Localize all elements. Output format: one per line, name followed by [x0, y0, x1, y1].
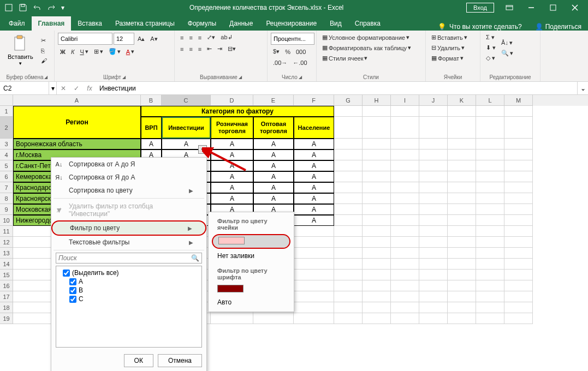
col-header-E[interactable]: E — [253, 95, 294, 106]
cell[interactable] — [363, 193, 391, 204]
redo-icon[interactable] — [45, 1, 58, 14]
tell-me-search[interactable]: 💡 Что вы хотите сделать? — [431, 23, 528, 31]
cell[interactable] — [363, 226, 391, 237]
clear-button[interactable]: ◇ ▾ — [484, 53, 498, 63]
enter-formula-icon[interactable]: ✓ — [70, 82, 83, 94]
cell[interactable] — [476, 160, 504, 171]
filter-values-list[interactable]: (Выделить все) A B C — [56, 266, 202, 348]
row-header-13[interactable]: 13 — [0, 248, 13, 259]
cell[interactable] — [334, 149, 363, 160]
name-box[interactable]: C2 — [0, 82, 49, 94]
format-cells-button[interactable]: ▦ Формат ▾ — [429, 53, 477, 63]
cell[interactable] — [363, 171, 391, 182]
cell[interactable] — [363, 237, 391, 248]
align-bottom-button[interactable]: ≡ — [196, 33, 204, 42]
cell[interactable] — [419, 182, 448, 193]
font-launcher-icon[interactable]: ◢ — [122, 75, 126, 80]
clipboard-launcher-icon[interactable]: ◢ — [44, 75, 47, 80]
cell[interactable] — [419, 171, 448, 182]
cell[interactable] — [294, 270, 334, 280]
cell[interactable] — [363, 106, 391, 117]
cell[interactable] — [476, 226, 504, 237]
cell[interactable] — [476, 291, 504, 302]
cell[interactable]: A — [253, 139, 294, 149]
dec-decimal-button[interactable]: ←.00 — [290, 58, 309, 67]
cell[interactable]: Воронежская область — [13, 139, 141, 149]
cell[interactable] — [504, 117, 533, 139]
cell[interactable]: A — [211, 193, 253, 204]
tab-review[interactable]: Рецензирование — [259, 16, 323, 31]
fill-button[interactable]: ⬇ ▾ — [484, 43, 498, 52]
cell[interactable] — [419, 259, 448, 270]
cell[interactable] — [334, 215, 363, 226]
undo-icon[interactable] — [31, 1, 44, 14]
row-header-3[interactable]: 3 — [0, 139, 13, 149]
cell[interactable] — [476, 237, 504, 248]
accounting-button[interactable]: $▾ — [271, 47, 282, 56]
cell[interactable] — [253, 313, 294, 324]
expand-formula-icon[interactable]: ⌄ — [577, 82, 588, 94]
col-header-J[interactable]: J — [419, 95, 448, 106]
cancel-button[interactable]: Отмена — [158, 354, 202, 367]
formula-input[interactable]: Инвестиции — [96, 82, 577, 94]
cell[interactable] — [334, 226, 363, 237]
cell[interactable] — [294, 226, 334, 237]
cell[interactable] — [476, 117, 504, 139]
cell[interactable] — [504, 291, 533, 302]
tab-formulas[interactable]: Формулы — [181, 16, 223, 31]
cell[interactable] — [391, 182, 419, 193]
cell[interactable] — [448, 302, 476, 313]
cancel-formula-icon[interactable]: ✕ — [57, 82, 70, 94]
cell[interactable] — [419, 302, 448, 313]
font-color-swatch-item[interactable] — [209, 283, 294, 296]
fx-icon[interactable]: fx — [83, 82, 96, 94]
cell[interactable]: A — [253, 171, 294, 182]
row-header-6[interactable]: 6 — [0, 171, 13, 182]
font-name-input[interactable] — [58, 33, 112, 45]
col-header-F[interactable]: F — [294, 95, 334, 106]
cell[interactable]: A — [294, 149, 334, 160]
cell[interactable] — [476, 106, 504, 117]
login-button[interactable]: Вход — [466, 3, 494, 13]
cell[interactable] — [448, 160, 476, 171]
cell[interactable]: A — [211, 139, 253, 149]
ribbon-display-icon[interactable] — [498, 0, 520, 15]
cell[interactable] — [448, 117, 476, 139]
cell[interactable]: Оптовая торговля — [253, 117, 294, 139]
filter-item-c[interactable]: C — [58, 295, 199, 303]
cell[interactable]: A — [294, 182, 334, 193]
cell[interactable] — [504, 182, 533, 193]
inc-decimal-button[interactable]: .00→ — [271, 58, 289, 67]
cell[interactable] — [391, 160, 419, 171]
cell[interactable] — [504, 193, 533, 204]
cell[interactable] — [363, 313, 391, 324]
cell-color-swatch-item[interactable] — [212, 234, 290, 249]
cell[interactable] — [363, 302, 391, 313]
row-header-11[interactable]: 11 — [0, 226, 13, 237]
cell[interactable] — [391, 302, 419, 313]
cell[interactable]: A — [294, 160, 334, 171]
cell[interactable] — [391, 280, 419, 291]
cell[interactable] — [334, 270, 363, 280]
cond-format-button[interactable]: ▦ Условное форматирование ▾ — [320, 33, 422, 42]
no-fill-item[interactable]: Нет заливки — [209, 250, 294, 262]
cell[interactable] — [363, 204, 391, 215]
align-left-button[interactable]: ≡ — [178, 45, 186, 53]
cell[interactable]: A — [294, 171, 334, 182]
cell[interactable] — [419, 204, 448, 215]
paste-button[interactable]: Вставить ▼ — [3, 33, 38, 68]
cell[interactable] — [448, 313, 476, 324]
select-all-corner[interactable] — [0, 95, 13, 106]
autosum-button[interactable]: Σ ▾ — [484, 33, 498, 42]
cell[interactable] — [476, 171, 504, 182]
copy-button[interactable]: ⎘ — [39, 46, 49, 55]
find-select-button[interactable]: 🔍▾ — [499, 49, 515, 58]
row-header-8[interactable]: 8 — [0, 193, 13, 204]
cell[interactable] — [448, 139, 476, 149]
tab-insert[interactable]: Вставка — [71, 16, 109, 31]
align-middle-button[interactable]: ≡ — [187, 33, 194, 42]
cell-styles-button[interactable]: ▦ Стили ячеек ▾ — [320, 53, 422, 63]
col-header-I[interactable]: I — [391, 95, 419, 106]
cell[interactable] — [419, 139, 448, 149]
cell[interactable] — [211, 313, 253, 324]
